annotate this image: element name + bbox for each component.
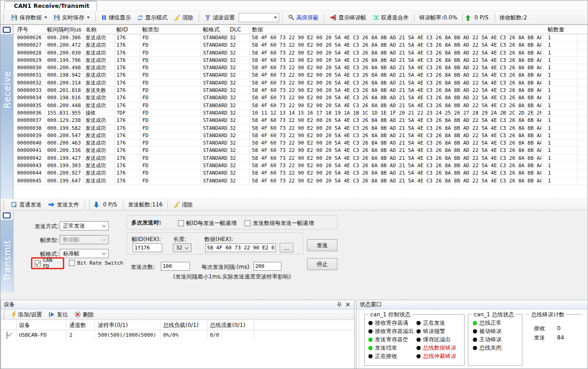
delete-button[interactable]: 删除 xyxy=(72,309,97,320)
add-config-button[interactable]: 添加/设置 xyxy=(9,309,45,320)
device-row[interactable]: USBCAN-FD 2 500(500)/1000(5000) 0%/0% 0/… xyxy=(1,330,354,340)
continue-display-button[interactable]: 继续显示 xyxy=(98,12,134,23)
column-header[interactable]: 帧类型 xyxy=(142,25,200,34)
filter-settings-button[interactable]: 滤波设置 xyxy=(202,12,238,23)
receive-side-tab[interactable]: Receive xyxy=(0,25,13,199)
reset-button[interactable]: 复位 xyxy=(46,309,71,320)
realtime-save-button[interactable]: 实时保存 xyxy=(51,12,92,23)
table-row[interactable]: 00000038000.199.582发送成功176FDSTANDARD3258… xyxy=(14,125,588,132)
transmit-select-checkbox[interactable] xyxy=(3,212,11,218)
cell: 1 xyxy=(548,49,576,57)
table-row[interactable]: 00000039000.200.547发送成功176FDSTANDARD3258… xyxy=(14,132,588,139)
cell: 1 xyxy=(548,87,576,94)
select-all-checkbox[interactable] xyxy=(3,27,11,33)
device-table-header[interactable]: 设备 通道数 波特率(0/1) 总线负载(0/1) 总线流量(0/1) xyxy=(1,320,354,330)
column-header[interactable]: 通道数 xyxy=(69,320,86,330)
cell: 58 4F 60 73 22 90 E2 00 20 5A 4E C3 26 8… xyxy=(252,72,541,79)
column-header[interactable]: 设备 xyxy=(19,320,30,330)
column-header[interactable]: 帧数量 xyxy=(548,25,576,34)
show-error-frames-button[interactable]: 显示错误帧 xyxy=(327,12,369,23)
cell: 000.198.016 xyxy=(47,94,84,102)
table-row[interactable]: 00000032000.200.314发送成功176FDSTANDARD3258… xyxy=(14,79,588,87)
tab-can1-receive-transmit[interactable]: CAN1 Receive/Transmit xyxy=(4,1,98,11)
clear-button[interactable]: 清除 xyxy=(171,12,196,23)
led-off-icon xyxy=(368,329,373,333)
length-combobox[interactable]: 32 xyxy=(173,243,191,252)
inc-data-checkbox[interactable] xyxy=(245,220,251,226)
column-header[interactable]: 数据 xyxy=(252,25,541,34)
cell: 00000040 xyxy=(17,139,44,147)
column-header[interactable]: 序号 xyxy=(17,25,44,34)
send-file-button[interactable]: 发送文件 xyxy=(45,200,82,210)
cell: FD xyxy=(142,72,200,79)
device-enable-checkbox[interactable] xyxy=(6,332,7,339)
table-row[interactable]: 00000035000.200.448发送成功176FDSTANDARD3258… xyxy=(14,102,588,109)
cell: 1 xyxy=(548,42,576,49)
cell: 发送成功 xyxy=(86,34,115,42)
inc-frame-id-checkbox[interactable] xyxy=(178,220,184,226)
table-row[interactable]: 00000027000.200.472发送成功176FDSTANDARD3258… xyxy=(14,42,588,49)
bit-rate-switch-checkbox[interactable] xyxy=(69,260,75,266)
cell: 32 xyxy=(230,117,250,124)
cell: 1 xyxy=(548,64,576,72)
save-data-button[interactable]: 保存数据 xyxy=(8,12,50,23)
cell: 发送成功 xyxy=(86,49,115,57)
inc-id-row: 帧ID每发送一帧递增 xyxy=(178,219,237,227)
tx-clear-label: 清除 xyxy=(182,201,193,209)
cell: 00000045 xyxy=(17,177,44,185)
column-header[interactable]: 帧格式 xyxy=(203,25,227,34)
status-label: 发送结束 xyxy=(375,344,397,352)
normal-send-button[interactable]: 普通发送 xyxy=(8,200,44,210)
cell: 176 xyxy=(116,94,141,102)
frame-format-combobox[interactable]: 标准帧 xyxy=(60,249,109,258)
table-row[interactable]: 00000040000.200.463发送成功176FDSTANDARD3258… xyxy=(14,139,588,147)
led-on-icon xyxy=(368,338,373,342)
close-icon[interactable] xyxy=(344,301,351,309)
transmit-toolbar: 普通发送 发送文件 0 P/S 发送帧数:116 清除 xyxy=(0,199,588,211)
table-row[interactable]: 00000034000.198.016发送成功176FDSTANDARD3258… xyxy=(14,94,588,102)
table-row[interactable]: 00000037000.129.238发送成功176FDSTANDARD3258… xyxy=(14,117,588,124)
dual-channel-merge-button[interactable]: 双通道合并 xyxy=(370,12,411,23)
table-row[interactable]: 00000036155.831.955接收7DFFDSTANDARD3210 1… xyxy=(14,109,588,117)
frame-type-combobox[interactable]: 数据帧 xyxy=(60,235,109,244)
table-row[interactable]: 00000033000.201.818发送失败176FDSTANDARD3258… xyxy=(14,87,588,94)
pin-icon[interactable] xyxy=(336,301,343,309)
stop-button[interactable]: 停止 xyxy=(307,258,337,270)
table-row[interactable]: 00000031000.198.942发送成功176FDSTANDARD3258… xyxy=(14,72,588,79)
send-mode-combobox[interactable]: 正常发送 xyxy=(60,221,109,230)
data-more-button[interactable]: ... xyxy=(280,243,294,253)
table-row[interactable]: 00000029000.199.796发送成功176FDSTANDARD3258… xyxy=(14,57,588,64)
send-count-label: 发送次数: xyxy=(131,263,155,271)
table-row[interactable]: 00000028000.200.030发送成功176FDSTANDARD3258… xyxy=(14,49,588,57)
advanced-shield-button[interactable]: 高级屏蔽 xyxy=(285,12,321,23)
column-header[interactable]: 波特率(0/1) xyxy=(98,320,128,330)
table-row[interactable]: 00000041000.200.336发送成功176FDSTANDARD3258… xyxy=(14,147,588,154)
table-row[interactable]: 00000043000.199.303发送成功176FDSTANDARD3258… xyxy=(14,162,588,169)
tx-clear-button[interactable]: 清除 xyxy=(171,200,196,210)
column-header[interactable]: DLC xyxy=(230,25,250,34)
status-label: 总线数据错误 xyxy=(423,344,456,352)
table-row[interactable]: 00000045000.199.647发送成功176FDSTANDARD3258… xyxy=(14,177,588,185)
column-header[interactable]: 总线负载(0/1) xyxy=(163,320,199,330)
interval-input[interactable] xyxy=(253,262,282,271)
frame-id-input[interactable] xyxy=(133,243,162,252)
table-row[interactable]: 00000026000.200.386发送成功176FDSTANDARD3258… xyxy=(14,34,588,42)
column-header[interactable]: 名称 xyxy=(86,25,115,34)
table-header[interactable]: 序号 帧间隔时间us 名称 帧ID 帧类型 帧格式 DLC 数据 帧数量 xyxy=(14,25,588,34)
transmit-side-label: Transmit xyxy=(2,240,12,281)
filter-preset-combobox[interactable] xyxy=(239,13,279,22)
table-row[interactable]: 00000042000.199.427发送成功176FDSTANDARD3258… xyxy=(14,155,588,162)
cell: 176 xyxy=(116,169,141,177)
can-fd-checkbox[interactable] xyxy=(35,260,41,266)
table-row[interactable]: 00000030000.200.498发送成功176FDSTANDARD3258… xyxy=(14,64,588,72)
data-hex-input[interactable] xyxy=(205,243,276,252)
transmit-side-tab[interactable]: Transmit xyxy=(0,211,13,292)
table-row[interactable]: 00000044000.200.927发送成功176FDSTANDARD3258… xyxy=(14,169,588,177)
cell: 32 xyxy=(230,109,250,117)
send-count-input[interactable] xyxy=(161,262,190,271)
column-header[interactable]: 帧ID xyxy=(116,25,141,34)
display-mode-button[interactable]: 显示模式 xyxy=(135,12,170,23)
send-button[interactable]: 发送 xyxy=(307,239,337,251)
column-header[interactable]: 总线流量(0/1) xyxy=(210,320,245,330)
column-header[interactable]: 帧间隔时间us xyxy=(47,25,84,34)
